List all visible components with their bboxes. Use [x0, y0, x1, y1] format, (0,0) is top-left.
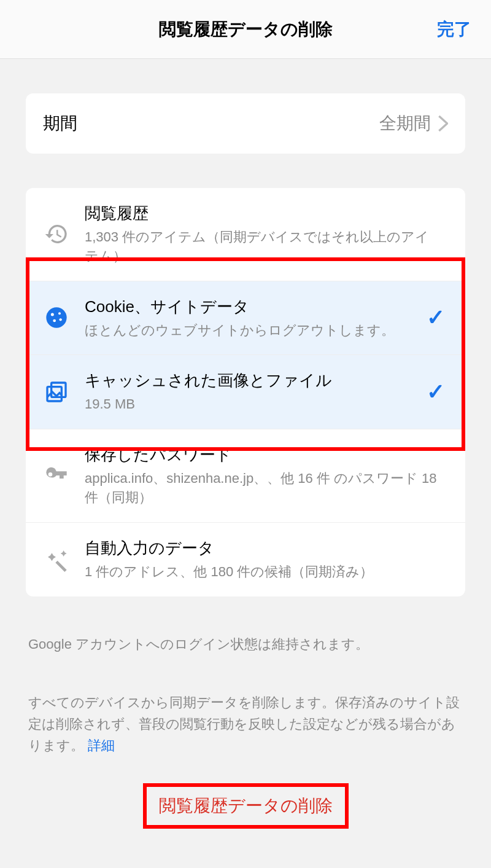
option-title: 閲覧履歴 [85, 203, 441, 224]
delete-browsing-data-button[interactable]: 閲覧履歴データの削除 [143, 783, 349, 829]
chevron-right-icon [438, 115, 448, 132]
cookie-icon [43, 305, 70, 330]
svg-point-4 [60, 319, 62, 321]
image-stack-icon [43, 380, 70, 404]
time-range-value: 全期間 [379, 112, 431, 135]
wand-icon [43, 547, 70, 572]
key-icon [43, 463, 70, 488]
svg-point-1 [51, 313, 54, 316]
option-subtitle: 1,303 件のアイテム（同期デバイスではそれ以上のアイテム） [85, 228, 441, 266]
option-title: Cookie、サイトデータ [85, 296, 401, 318]
option-cookies[interactable]: Cookie、サイトデータ ほとんどのウェブサイトからログアウトします。 ✓ [26, 281, 465, 356]
svg-point-3 [53, 319, 56, 323]
details-link[interactable]: 詳細 [88, 738, 115, 753]
history-icon [43, 222, 70, 246]
option-autofill-data[interactable]: 自動入力のデータ 1 件のアドレス、他 180 件の候補（同期済み） [26, 523, 465, 596]
header: 閲覧履歴データの削除 完了 [0, 0, 491, 59]
time-range-label: 期間 [43, 112, 372, 135]
time-range-row[interactable]: 期間 全期間 [26, 93, 465, 154]
option-body: 自動入力のデータ 1 件のアドレス、他 180 件の候補（同期済み） [85, 538, 448, 582]
option-title: キャッシュされた画像とファイル [85, 370, 401, 391]
option-subtitle: applica.info、shizenha.ne.jp、、他 16 件 のパスワ… [85, 469, 441, 507]
option-body: キャッシュされた画像とファイル 19.5 MB [85, 370, 409, 414]
option-subtitle: 1 件のアドレス、他 180 件の候補（同期済み） [85, 563, 441, 582]
option-title: 保存したパスワード [85, 444, 441, 466]
options-card: 閲覧履歴 1,303 件のアイテム（同期デバイスではそれ以上のアイテム） Coo… [26, 188, 465, 596]
checkmark-icon: ✓ [423, 379, 448, 405]
option-body: 保存したパスワード applica.info、shizenha.ne.jp、、他… [85, 444, 448, 507]
option-body: Cookie、サイトデータ ほとんどのウェブサイトからログアウトします。 [85, 296, 409, 340]
checkmark-icon: ✓ [423, 305, 448, 330]
option-saved-passwords[interactable]: 保存したパスワード applica.info、shizenha.ne.jp、、他… [26, 429, 465, 523]
option-title: 自動入力のデータ [85, 538, 441, 559]
google-account-note: Google アカウントへのログイン状態は維持されます。 [26, 633, 465, 655]
option-cached-images[interactable]: キャッシュされた画像とファイル 19.5 MB ✓ [26, 355, 465, 429]
page-title: 閲覧履歴データの削除 [159, 18, 333, 41]
content: 期間 全期間 閲覧履歴 1,303 件のアイテム（同期デバイスではそれ以上のアイ… [0, 59, 491, 829]
option-body: 閲覧履歴 1,303 件のアイテム（同期デバイスではそれ以上のアイテム） [85, 203, 448, 266]
option-browsing-history[interactable]: 閲覧履歴 1,303 件のアイテム（同期デバイスではそれ以上のアイテム） [26, 188, 465, 281]
delete-button-wrap: 閲覧履歴データの削除 [26, 783, 465, 829]
svg-point-2 [58, 313, 61, 315]
svg-point-0 [46, 308, 66, 328]
time-range-card: 期間 全期間 [26, 93, 465, 154]
done-button[interactable]: 完了 [437, 18, 471, 41]
sync-note: すべてのデバイスから同期データを削除します。保存済みのサイト設定は削除されず、普… [26, 692, 465, 757]
option-subtitle: ほとんどのウェブサイトからログアウトします。 [85, 321, 401, 340]
option-subtitle: 19.5 MB [85, 395, 401, 414]
